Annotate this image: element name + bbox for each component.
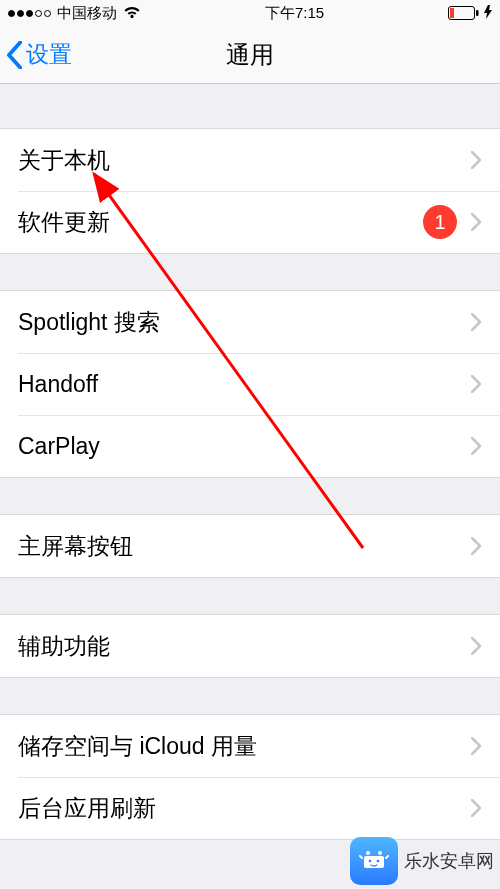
svg-rect-2 (476, 10, 479, 16)
page-title: 通用 (0, 39, 500, 71)
chevron-right-icon (471, 537, 482, 555)
row-handoff[interactable]: Handoff (0, 353, 500, 415)
charging-icon (484, 5, 492, 22)
wifi-icon (123, 5, 141, 22)
status-time: 下午7:15 (265, 4, 324, 23)
settings-group-3: 主屏幕按钮 (0, 514, 500, 578)
chevron-right-icon (471, 799, 482, 817)
svg-point-6 (366, 851, 370, 855)
signal-strength-icon (8, 10, 51, 17)
status-right (448, 5, 492, 22)
chevron-right-icon (471, 313, 482, 331)
row-label: 主屏幕按钮 (18, 531, 471, 562)
row-label: 关于本机 (18, 145, 471, 176)
settings-group-4: 辅助功能 (0, 614, 500, 678)
settings-group-1: 关于本机 软件更新 1 (0, 128, 500, 254)
chevron-right-icon (471, 375, 482, 393)
svg-point-9 (377, 860, 380, 863)
svg-rect-1 (450, 8, 454, 18)
chevron-left-icon (6, 41, 22, 69)
settings-group-5: 储存空间与 iCloud 用量 后台应用刷新 (0, 714, 500, 840)
chevron-right-icon (471, 737, 482, 755)
chevron-right-icon (471, 637, 482, 655)
row-storage-icloud[interactable]: 储存空间与 iCloud 用量 (0, 715, 500, 777)
status-left: 中国移动 (8, 4, 141, 23)
row-accessibility[interactable]: 辅助功能 (0, 615, 500, 677)
row-label: Handoff (18, 371, 471, 398)
row-background-refresh[interactable]: 后台应用刷新 (0, 777, 500, 839)
row-label: 软件更新 (18, 207, 423, 238)
row-home-button[interactable]: 主屏幕按钮 (0, 515, 500, 577)
svg-point-7 (378, 851, 382, 855)
chevron-right-icon (471, 437, 482, 455)
row-about[interactable]: 关于本机 (0, 129, 500, 191)
carrier-label: 中国移动 (57, 4, 117, 23)
watermark: 乐水安卓网 (344, 833, 500, 889)
row-spotlight[interactable]: Spotlight 搜索 (0, 291, 500, 353)
watermark-text: 乐水安卓网 (404, 849, 494, 873)
row-label: Spotlight 搜索 (18, 307, 471, 338)
back-button[interactable]: 设置 (6, 39, 72, 70)
notification-badge: 1 (423, 205, 457, 239)
svg-point-8 (369, 860, 372, 863)
row-label: 储存空间与 iCloud 用量 (18, 731, 471, 762)
nav-header: 设置 通用 (0, 26, 500, 84)
battery-icon (448, 6, 480, 20)
row-label: 后台应用刷新 (18, 793, 471, 824)
row-carplay[interactable]: CarPlay (0, 415, 500, 477)
status-bar: 中国移动 下午7:15 (0, 0, 500, 26)
row-software-update[interactable]: 软件更新 1 (0, 191, 500, 253)
back-label: 设置 (26, 39, 72, 70)
row-label: CarPlay (18, 433, 471, 460)
watermark-logo-icon (350, 837, 398, 885)
chevron-right-icon (471, 213, 482, 231)
row-label: 辅助功能 (18, 631, 471, 662)
settings-group-2: Spotlight 搜索 Handoff CarPlay (0, 290, 500, 478)
chevron-right-icon (471, 151, 482, 169)
